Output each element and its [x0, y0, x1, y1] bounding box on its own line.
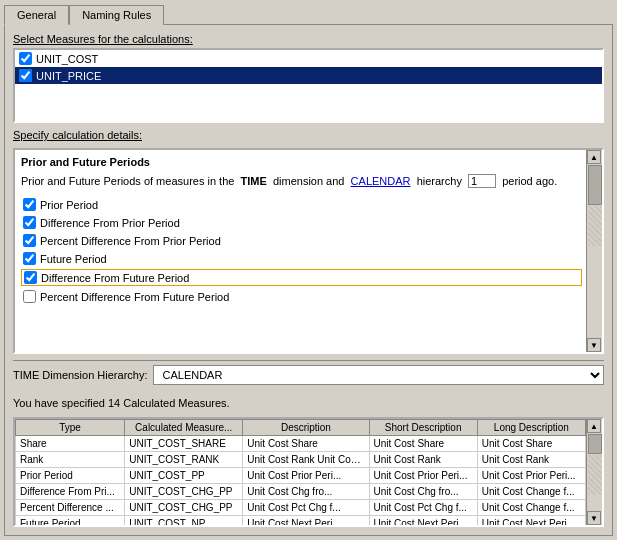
table-and-scroll: Type Calculated Measure... Description S…	[15, 419, 602, 525]
scroll-down-arrow[interactable]: ▼	[587, 338, 601, 352]
table-scroll-up[interactable]: ▲	[587, 419, 601, 433]
measures-table-container: Type Calculated Measure... Description S…	[13, 417, 604, 527]
prior-future-header: Prior and Future Periods	[21, 156, 582, 168]
table-scrollbar-thumb[interactable]	[588, 434, 602, 454]
table-row[interactable]: Future Period UNIT_COST_NP Unit Cost Nex…	[16, 516, 586, 526]
cb-future-period[interactable]	[23, 252, 36, 265]
calc-details-label: Specify calculation details:	[13, 129, 604, 141]
measures-list[interactable]: UNIT_COST UNIT_PRICE	[13, 48, 604, 123]
calendar-link[interactable]: CALENDAR	[351, 175, 411, 187]
main-window: General Naming Rules Select Measures for…	[0, 0, 617, 540]
calc-details-box: Prior and Future Periods Prior and Futur…	[13, 148, 604, 354]
measure-item-unit-price[interactable]: UNIT_PRICE	[15, 67, 602, 84]
table-scrollbar-pattern	[588, 455, 602, 495]
calc-count: You have specified 14 Calculated Measure…	[13, 395, 604, 411]
cb-pct-diff-future[interactable]	[23, 290, 36, 303]
col-calc: Calculated Measure...	[125, 420, 243, 436]
measures-section: Select Measures for the calculations: UN…	[13, 33, 604, 123]
tab-bar: General Naming Rules	[4, 4, 613, 24]
measures-table: Type Calculated Measure... Description S…	[15, 419, 586, 525]
measure-item-unit-cost[interactable]: UNIT_COST	[15, 50, 602, 67]
table-scroll-down[interactable]: ▼	[587, 511, 601, 525]
col-long: Long Description	[477, 420, 585, 436]
calc-details-inner: Prior and Future Periods Prior and Futur…	[15, 150, 602, 352]
scrollbar-thumb[interactable]	[588, 165, 602, 205]
description-text: Prior and Future Periods of measures in …	[21, 174, 582, 189]
calc-scrollable[interactable]: Prior and Future Periods Prior and Futur…	[15, 150, 602, 352]
table-scrollbar[interactable]: ▲ ▼	[586, 419, 602, 525]
col-type: Type	[16, 420, 125, 436]
measures-label: Select Measures for the calculations:	[13, 33, 604, 45]
checkbox-diff-future: Difference From Future Period	[21, 269, 582, 286]
measure-checkbox-unit-price[interactable]	[19, 69, 32, 82]
cb-diff-future[interactable]	[24, 271, 37, 284]
table-row[interactable]: Share UNIT_COST_SHARE Unit Cost Share Un…	[16, 436, 586, 452]
calc-scrollbar[interactable]: ▲ ▼	[586, 150, 602, 352]
tab-naming-rules[interactable]: Naming Rules	[69, 5, 164, 25]
scroll-up-arrow[interactable]: ▲	[587, 150, 601, 164]
checkbox-pct-diff-future: Percent Difference From Future Period	[21, 289, 582, 304]
table-wrapper[interactable]: Type Calculated Measure... Description S…	[15, 419, 586, 525]
checkbox-prior-period: Prior Period	[21, 197, 582, 212]
table-row[interactable]: Prior Period UNIT_COST_PP Unit Cost Prio…	[16, 468, 586, 484]
checkbox-pct-diff-prior: Percent Difference From Prior Period	[21, 233, 582, 248]
scrollbar-pattern	[588, 206, 602, 246]
checkbox-diff-prior: Difference From Prior Period	[21, 215, 582, 230]
tab-general[interactable]: General	[4, 5, 69, 25]
measure-checkbox-unit-cost[interactable]	[19, 52, 32, 65]
calc-details-section: Specify calculation details: Prior and F…	[13, 129, 604, 354]
time-dimension-row: TIME Dimension Hierarchy: CALENDAR	[13, 360, 604, 389]
cb-pct-diff-prior[interactable]	[23, 234, 36, 247]
period-number-input[interactable]	[468, 174, 496, 188]
cb-diff-prior[interactable]	[23, 216, 36, 229]
table-row[interactable]: Difference From Pri... UNIT_COST_CHG_PP …	[16, 484, 586, 500]
table-row[interactable]: Percent Difference ... UNIT_COST_CHG_PP …	[16, 500, 586, 516]
col-short: Short Description	[369, 420, 477, 436]
cb-prior-period[interactable]	[23, 198, 36, 211]
table-row[interactable]: Rank UNIT_COST_RANK Unit Cost Rank Unit …	[16, 452, 586, 468]
checkbox-future-period: Future Period	[21, 251, 582, 266]
col-desc: Description	[243, 420, 369, 436]
content-panel: Select Measures for the calculations: UN…	[4, 24, 613, 536]
time-dimension-dropdown[interactable]: CALENDAR	[153, 365, 604, 385]
time-dimension-label: TIME Dimension Hierarchy:	[13, 369, 147, 381]
